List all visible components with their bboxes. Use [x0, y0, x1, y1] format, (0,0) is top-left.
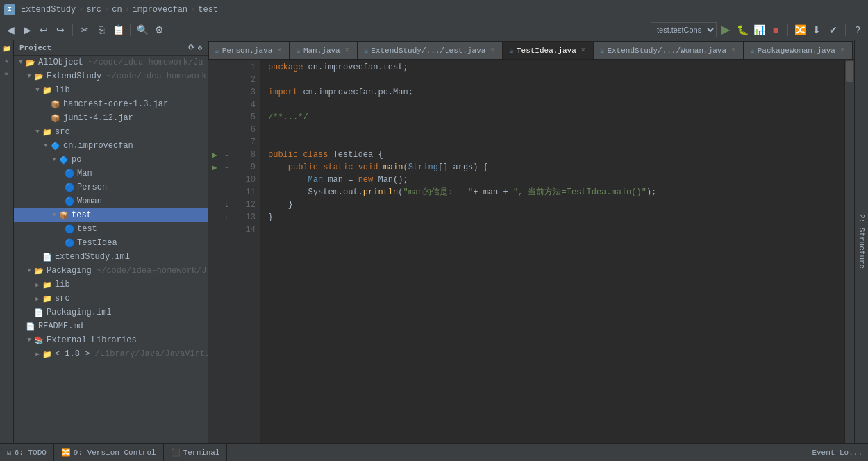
toolbar-redo-btn[interactable]: ↪ — [53, 22, 68, 37]
tab-close-testidea[interactable]: × — [579, 47, 587, 55]
package-icon-cnimprovecfan: 🔷 — [50, 140, 61, 151]
todo-icon: ☑ — [7, 448, 12, 457]
fold-method[interactable]: − — [222, 161, 232, 174]
event-log-label[interactable]: Event Lo... — [812, 449, 862, 457]
label-allobject: AllObject ~/code/idea-homework/Ja — [38, 58, 203, 67]
tree-item-extlibs[interactable]: ▼ 📚 External Libraries — [14, 333, 208, 347]
tree-item-extendstudy[interactable]: ▼ 📂 ExtendStudy ~/code/idea-homework/... — [14, 69, 208, 83]
help-btn[interactable]: ? — [850, 22, 865, 37]
breadcrumb-test[interactable]: test — [198, 5, 218, 15]
tab-close-man[interactable]: × — [343, 47, 351, 55]
tab-close-person[interactable]: × — [275, 47, 283, 55]
run-btn[interactable]: ▶ — [718, 22, 733, 37]
tree-item-pkg-src[interactable]: ▶ 📁 src — [14, 292, 208, 305]
fold-class[interactable]: − — [222, 149, 232, 161]
tree-item-woman[interactable]: 🔵 Woman — [14, 194, 208, 208]
toolbar-back-btn[interactable]: ◀ — [3, 22, 18, 37]
toolbar-sep1 — [72, 24, 73, 36]
tree-item-packaging[interactable]: ▼ 📂 Packaging ~/code/idea-homework/J... — [14, 264, 208, 278]
md-icon-readme: 📄 — [25, 321, 36, 332]
favorites-icon[interactable]: ★ — [1, 56, 12, 67]
folder-icon-packaging: 📂 — [33, 265, 44, 276]
structure-panel[interactable]: 2: Structure — [854, 40, 868, 443]
tree-item-person[interactable]: 🔵 Person — [14, 181, 208, 194]
run-class-btn[interactable]: ▶ — [208, 149, 221, 161]
tree-item-readme[interactable]: 📄 README.md — [14, 319, 208, 333]
bottom-tab-terminal[interactable]: ⬛ Terminal — [164, 444, 228, 461]
tree-item-test[interactable]: ▼ 📦 test — [14, 208, 208, 222]
run-line-empty2 — [208, 74, 221, 86]
project-icon[interactable]: 📁 — [1, 43, 12, 54]
tab-man[interactable]: ☕ Man.java × — [290, 41, 357, 59]
panel-gear-icon[interactable]: ⚙ — [197, 43, 202, 52]
right-scrollbar-panel[interactable] — [844, 60, 854, 443]
tab-woman[interactable]: ☕ ExtendStudy/.../Woman.java × — [594, 41, 744, 59]
toolbar-undo-btn[interactable]: ↩ — [36, 22, 51, 37]
breadcrumb-improvecfan[interactable]: improvecfan — [133, 5, 187, 15]
tab-packagewoman[interactable]: ☕ PackageWoman.java × — [744, 41, 853, 59]
code-line-11: System.out.println("man的信是: ——"+ man + "… — [268, 186, 844, 199]
tab-person[interactable]: ☕ Person.java × — [208, 41, 290, 59]
bottom-tab-vcs[interactable]: 🔀 9: Version Control — [54, 444, 164, 461]
tree-item-cnimprovecfan[interactable]: ▼ 🔷 cn.improvecfan — [14, 139, 208, 153]
editor-area: ☕ Person.java × ☕ Man.java × ☕ ExtendStu… — [208, 40, 854, 443]
tree-item-allobject[interactable]: ▼ 📂 AllObject ~/code/idea-homework/Ja — [14, 56, 208, 69]
tab-test[interactable]: ☕ ExtendStudy/.../test.java × — [358, 41, 503, 59]
structure-icon[interactable]: ≡ — [1, 68, 12, 79]
iml-icon-extendstudy: 📄 — [42, 251, 53, 262]
tree-item-jre18[interactable]: ▶ 📁 < 1.8 > /Library/Java/JavaVirtual... — [14, 347, 208, 361]
tab-close-packagewoman[interactable]: × — [838, 47, 846, 55]
tree-item-testidea[interactable]: 🔵 TestIdea — [14, 236, 208, 250]
tree-item-hamcrest[interactable]: 📦 hamcrest-core-1.3.jar — [14, 97, 208, 111]
tab-label-person: Person.java — [222, 47, 273, 55]
code-content[interactable]: package cn.improvecfan.test; import cn.i… — [260, 60, 844, 443]
app-icon: I — [4, 4, 15, 15]
tree-item-src[interactable]: ▼ 📁 src — [14, 125, 208, 139]
vcs-icon: 🔀 — [61, 448, 71, 457]
toolbar-paste-btn[interactable]: 📋 — [110, 22, 126, 37]
toolbar-cut-btn[interactable]: ✂ — [77, 22, 92, 37]
fold-method-close[interactable]: L — [222, 199, 232, 211]
breadcrumb-src[interactable]: src — [86, 5, 101, 15]
tree-item-test-file[interactable]: 🔵 test — [14, 222, 208, 236]
toolbar: ◀ ▶ ↩ ↪ ✂ ⎘ 📋 🔍 ⚙ test.testCons ▶ 🐛 📊 ■ … — [0, 19, 868, 40]
java-icon-tab-packagewoman: ☕ — [750, 46, 755, 55]
tree-item-packaging-iml[interactable]: 📄 Packaging.iml — [14, 305, 208, 319]
breadcrumb-extendstudy[interactable]: ExtendStudy — [21, 5, 76, 15]
label-po: po — [72, 155, 81, 165]
run-config-dropdown[interactable]: test.testCons — [651, 22, 717, 37]
tree-item-po[interactable]: ▼ 🔷 po — [14, 153, 208, 167]
breadcrumb-cn[interactable]: cn — [112, 5, 122, 15]
coverage-btn[interactable]: 📊 — [751, 22, 767, 37]
tree-item-extendstudy-iml[interactable]: 📄 ExtendStudy.iml — [14, 250, 208, 264]
run-main-btn[interactable]: ▶ — [208, 161, 221, 174]
tree-item-pkg-lib[interactable]: ▶ 📁 lib — [14, 278, 208, 292]
scrollbar-thumb[interactable] — [846, 61, 853, 82]
project-label: Project — [19, 44, 51, 52]
panel-sync-icon[interactable]: ⟳ — [188, 43, 194, 52]
commit-btn[interactable]: ✔ — [826, 22, 841, 37]
tree-item-man[interactable]: 🔵 Man — [14, 167, 208, 181]
tab-close-woman[interactable]: × — [729, 47, 737, 55]
toolbar-forward-btn[interactable]: ▶ — [19, 22, 35, 37]
toolbar-copy-btn[interactable]: ⎘ — [94, 22, 109, 37]
arrow-allobject: ▼ — [17, 58, 25, 67]
label-readme: README.md — [38, 321, 83, 331]
update-btn[interactable]: ⬇ — [809, 22, 824, 37]
code-line-8: public class TestIdea { — [268, 149, 844, 161]
debug-btn[interactable]: 🐛 — [735, 22, 750, 37]
tree-item-lib[interactable]: ▼ 📁 lib — [14, 83, 208, 97]
tab-testidea[interactable]: ☕ TestIdea.java × — [503, 41, 593, 59]
bottom-tab-todo[interactable]: ☑ 6: TODO — [0, 444, 54, 461]
vcs-btn[interactable]: 🔀 — [792, 22, 808, 37]
toolbar-settings-btn[interactable]: ⚙ — [151, 22, 167, 37]
tab-label-test: ExtendStudy/.../test.java — [371, 47, 485, 55]
top-bar: I ExtendStudy › src › cn › improvecfan ›… — [0, 0, 868, 19]
tree-item-junit[interactable]: 📦 junit-4.12.jar — [14, 111, 208, 125]
fold-class-close[interactable]: L — [222, 211, 232, 224]
toolbar-search-btn[interactable]: 🔍 — [135, 22, 150, 37]
stop-btn[interactable]: ■ — [768, 22, 783, 37]
code-line-12: } — [268, 199, 844, 211]
arrow-po: ▼ — [50, 156, 58, 164]
tab-close-test[interactable]: × — [488, 47, 496, 55]
